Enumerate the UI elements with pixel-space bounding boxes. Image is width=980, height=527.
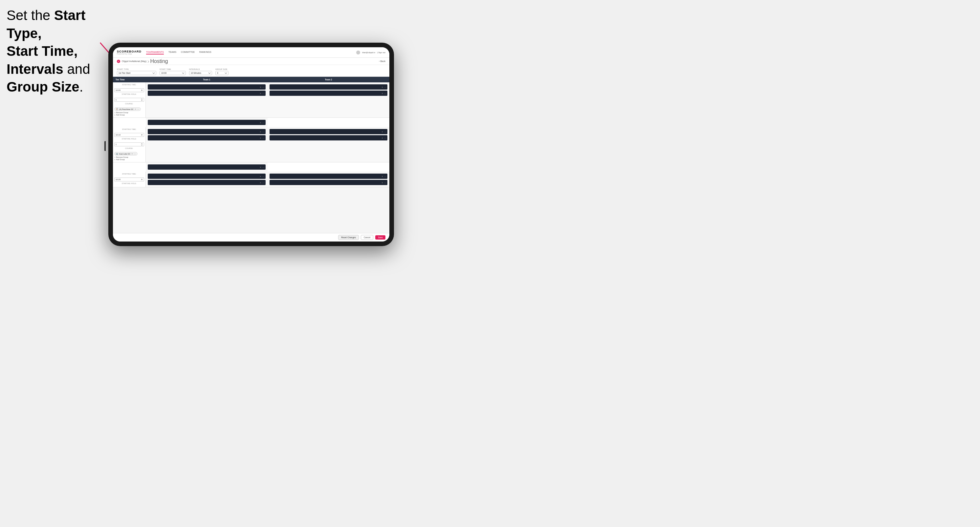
intervals-select[interactable]: 10 Minutes bbox=[189, 71, 212, 75]
starting-time-input-3[interactable] bbox=[114, 178, 144, 181]
table-header: Tee Time Team 1 Team 2 bbox=[113, 77, 389, 83]
player-close-icon[interactable]: ✕ bbox=[260, 121, 261, 124]
back-button[interactable]: Back bbox=[379, 60, 385, 62]
course-remove-1[interactable]: ✕ bbox=[135, 108, 136, 110]
table-row: STARTING TIME: STARTING HOLE: COURSE: 🏢 … bbox=[113, 127, 389, 162]
group-size-field: Group Size 3 bbox=[215, 68, 229, 75]
starting-hole-label-1: STARTING HOLE: bbox=[114, 93, 144, 95]
player-dots-icon[interactable]: ⋯ bbox=[262, 166, 264, 168]
add-group-1[interactable]: Add Group bbox=[114, 114, 144, 116]
player-close-icon[interactable]: ✕ bbox=[382, 92, 383, 95]
starting-time-input-2[interactable] bbox=[114, 133, 144, 137]
course-more-1[interactable]: ⋯ bbox=[137, 108, 139, 110]
player-close-icon[interactable]: ✕ bbox=[382, 86, 383, 88]
table-row: STARTING TIME: STARTING HOLE: COURSE: 🏌 … bbox=[113, 83, 389, 118]
sign-out-link[interactable]: Sign out bbox=[377, 51, 385, 54]
player-close-icon[interactable]: ✕ bbox=[260, 92, 261, 95]
team1-extra-1: ✕ ⋯ bbox=[146, 118, 267, 127]
player-row: ✕ ⋯ bbox=[270, 129, 387, 134]
th-team1: Team 1 bbox=[146, 77, 267, 83]
player-dots-icon[interactable]: ⋯ bbox=[384, 175, 386, 178]
table-row: STARTING TIME: STARTING HOLE: ✕ ⋯ ✕ ⋯ bbox=[113, 171, 389, 187]
cancel-button[interactable]: Cancel bbox=[361, 235, 373, 240]
player-close-icon[interactable]: ✕ bbox=[382, 130, 383, 133]
player-dots-icon[interactable]: ⋯ bbox=[384, 137, 386, 139]
tablet-screen: SCOREBOARD Powered by clipp TOURNAMENTS … bbox=[113, 47, 389, 241]
starting-hole-input-2[interactable] bbox=[114, 143, 144, 146]
starting-time-input-1[interactable] bbox=[114, 88, 144, 92]
tablet-side-button bbox=[104, 141, 106, 151]
player-row: ✕ ⋯ bbox=[148, 84, 266, 90]
player-row: ✕ ⋯ bbox=[148, 129, 266, 134]
remove-group-2[interactable]: Remove Group bbox=[114, 156, 144, 158]
player-close-icon[interactable]: ✕ bbox=[260, 86, 261, 88]
nav-rankings[interactable]: RANKINGS bbox=[199, 50, 212, 54]
player-dots-icon[interactable]: ⋯ bbox=[262, 121, 264, 124]
starting-time-label-2: STARTING TIME: bbox=[114, 128, 144, 130]
reset-button[interactable]: Reset Changes bbox=[338, 235, 359, 240]
starting-hole-input-1[interactable] bbox=[114, 98, 144, 102]
team1-extra-2: ✕ ⋯ bbox=[146, 162, 267, 171]
player-row: ✕ ⋯ bbox=[270, 84, 387, 90]
player-dots-icon[interactable]: ⋯ bbox=[384, 86, 386, 88]
instruction-text: Set the Start Type, Start Time, Interval… bbox=[6, 6, 105, 96]
player-dots-icon[interactable]: ⋯ bbox=[262, 137, 264, 139]
start-type-field: Start Type 1st Tee Start bbox=[117, 68, 156, 75]
table-row: ✕ ⋯ bbox=[113, 162, 389, 171]
player-close-icon[interactable]: ✕ bbox=[260, 166, 261, 168]
navbar: SCOREBOARD Powered by clipp TOURNAMENTS … bbox=[113, 47, 389, 58]
player-dots-icon[interactable]: ⋯ bbox=[262, 92, 264, 95]
player-dots-icon[interactable]: ⋯ bbox=[384, 130, 386, 133]
start-time-select[interactable]: 10:00 bbox=[159, 71, 186, 75]
start-type-select[interactable]: 1st Tee Start bbox=[117, 71, 156, 75]
player-row: ✕ ⋯ bbox=[148, 120, 266, 125]
player-close-icon[interactable]: ✕ bbox=[260, 137, 261, 139]
tee-time-col-1: STARTING TIME: STARTING HOLE: COURSE: 🏌 … bbox=[113, 83, 146, 117]
player-close-icon[interactable]: ✕ bbox=[382, 137, 383, 139]
player-close-icon[interactable]: ✕ bbox=[382, 181, 383, 184]
player-dots-icon[interactable]: ⋯ bbox=[262, 86, 264, 88]
course-label-2: COURSE: bbox=[114, 147, 144, 149]
instruction-line4-bold: Group Size bbox=[6, 79, 80, 95]
add-group-2[interactable]: Add Group bbox=[114, 159, 144, 160]
player-dots-icon[interactable]: ⋯ bbox=[262, 130, 264, 133]
player-close-icon[interactable]: ✕ bbox=[260, 181, 261, 184]
course-tag-1: 🏌 (A) Peachtree GC ✕ ⋯ bbox=[114, 107, 141, 111]
player-close-icon[interactable]: ✕ bbox=[382, 175, 383, 178]
course-more-2[interactable]: ⋯ bbox=[134, 152, 136, 155]
player-dots-icon[interactable]: ⋯ bbox=[384, 92, 386, 95]
footer-bar: Reset Changes Cancel Save bbox=[113, 233, 389, 241]
team1-col-1: ✕ ⋯ ✕ ⋯ bbox=[146, 83, 267, 117]
tablet-device: SCOREBOARD Powered by clipp TOURNAMENTS … bbox=[108, 43, 394, 246]
player-row: ✕ ⋯ bbox=[270, 174, 387, 179]
player-row: ✕ ⋯ bbox=[148, 135, 266, 140]
player-close-icon[interactable]: ✕ bbox=[260, 175, 261, 178]
settings-bar: Start Type 1st Tee Start Start Time 10:0… bbox=[113, 65, 389, 77]
th-team2: Team 2 bbox=[267, 77, 389, 83]
main-content: Tee Time Team 1 Team 2 STARTING TIME: ST… bbox=[113, 77, 389, 233]
nav-teams[interactable]: TEAMS bbox=[169, 50, 176, 54]
starting-hole-label-3: STARTING HOLE: bbox=[114, 183, 144, 184]
remove-group-1[interactable]: Remove Group bbox=[114, 111, 144, 114]
save-button[interactable]: Save bbox=[375, 235, 385, 240]
player-row: ✕ ⋯ bbox=[148, 90, 266, 96]
intervals-label: Intervals bbox=[189, 68, 212, 70]
group-size-select[interactable]: 3 bbox=[215, 71, 229, 75]
instruction-line3-bold: Intervals bbox=[6, 61, 64, 77]
th-tee-time: Tee Time bbox=[113, 77, 146, 83]
breadcrumb-tournament[interactable]: Clippd Invitational (May) bbox=[122, 60, 146, 62]
course-remove-2[interactable]: ✕ bbox=[131, 152, 133, 155]
start-type-label: Start Type bbox=[117, 68, 156, 70]
player-close-icon[interactable]: ✕ bbox=[260, 130, 261, 133]
nav-user: blair@clippd.io Sign out bbox=[356, 51, 385, 54]
starting-time-label-1: STARTING TIME: bbox=[114, 84, 144, 86]
team2-col-3: ✕ ⋯ ✕ ⋯ bbox=[267, 171, 389, 187]
team1-col-3: ✕ ⋯ ✕ ⋯ bbox=[146, 171, 267, 187]
player-dots-icon[interactable]: ⋯ bbox=[262, 181, 264, 184]
player-dots-icon[interactable]: ⋯ bbox=[262, 175, 264, 178]
player-dots-icon[interactable]: ⋯ bbox=[384, 181, 386, 184]
nav-tournaments[interactable]: TOURNAMENTS bbox=[146, 50, 164, 54]
player-row: ✕ ⋯ bbox=[270, 90, 387, 96]
nav-committee[interactable]: COMMITTEE bbox=[181, 50, 195, 54]
tee-time-col-2: STARTING TIME: STARTING HOLE: COURSE: 🏢 … bbox=[113, 127, 146, 162]
